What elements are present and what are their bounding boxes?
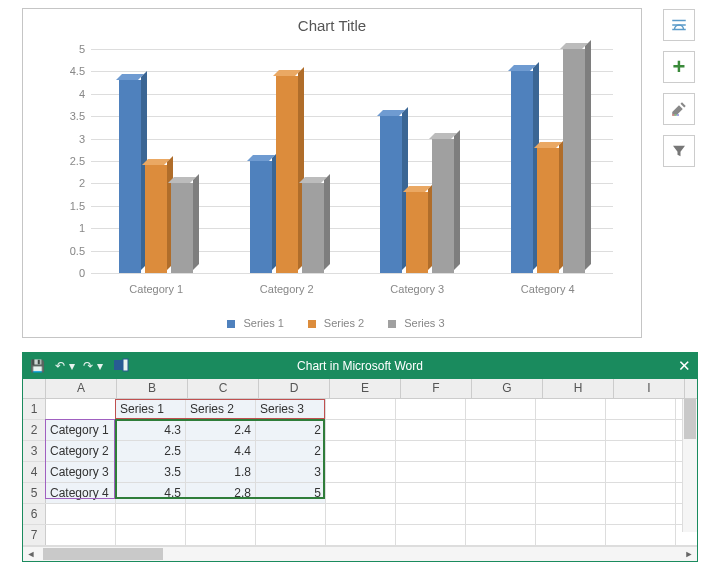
legend-item[interactable]: Series 3 <box>380 317 444 329</box>
cell[interactable] <box>116 525 186 545</box>
cell[interactable]: Category 2 <box>46 441 116 461</box>
bar[interactable] <box>171 183 193 273</box>
cell[interactable] <box>466 483 536 503</box>
column-header[interactable]: D <box>259 379 330 398</box>
cell[interactable] <box>606 462 676 482</box>
bar[interactable] <box>537 148 559 273</box>
cell[interactable] <box>466 525 536 545</box>
cell[interactable]: Series 1 <box>116 399 186 419</box>
undo-icon[interactable]: ↶ ▾ <box>51 359 79 373</box>
cell[interactable] <box>466 420 536 440</box>
cell[interactable] <box>46 525 116 545</box>
cell[interactable]: Category 3 <box>46 462 116 482</box>
cell[interactable] <box>46 399 116 419</box>
chart-elements-button[interactable]: + <box>663 51 695 83</box>
cell[interactable] <box>606 525 676 545</box>
cell[interactable] <box>116 504 186 524</box>
bar[interactable] <box>380 116 402 273</box>
cell[interactable]: Series 3 <box>256 399 326 419</box>
cell[interactable]: 2.4 <box>186 420 256 440</box>
row-header[interactable]: 7 <box>23 525 46 545</box>
bar[interactable] <box>302 183 324 273</box>
cell[interactable]: Category 1 <box>46 420 116 440</box>
cell[interactable] <box>466 399 536 419</box>
column-header[interactable]: B <box>117 379 188 398</box>
cell[interactable] <box>536 504 606 524</box>
scrollbar-horizontal[interactable]: ◄ ► <box>23 546 697 561</box>
cell[interactable] <box>466 462 536 482</box>
cell[interactable] <box>606 483 676 503</box>
row-header[interactable]: 4 <box>23 462 46 482</box>
bar[interactable] <box>563 49 585 273</box>
cell[interactable]: 3 <box>256 462 326 482</box>
column-header[interactable]: G <box>472 379 543 398</box>
cell[interactable]: 2 <box>256 441 326 461</box>
cell[interactable] <box>606 420 676 440</box>
cell[interactable] <box>326 525 396 545</box>
row-header[interactable]: 1 <box>23 399 46 419</box>
cell[interactable] <box>536 462 606 482</box>
row-header[interactable]: 2 <box>23 420 46 440</box>
cell[interactable]: Category 4 <box>46 483 116 503</box>
cell[interactable]: 2.5 <box>116 441 186 461</box>
bar[interactable] <box>406 192 428 273</box>
cell[interactable] <box>396 399 466 419</box>
column-header[interactable]: A <box>46 379 117 398</box>
bar[interactable] <box>511 71 533 273</box>
cell[interactable]: 4.3 <box>116 420 186 440</box>
row-header[interactable]: 5 <box>23 483 46 503</box>
cell[interactable] <box>326 441 396 461</box>
cell[interactable] <box>186 525 256 545</box>
cell[interactable] <box>536 483 606 503</box>
cell[interactable] <box>396 525 466 545</box>
cell[interactable] <box>396 483 466 503</box>
redo-icon[interactable]: ↷ ▾ <box>79 359 107 373</box>
cell[interactable] <box>186 504 256 524</box>
cell[interactable]: Series 2 <box>186 399 256 419</box>
chart-styles-button[interactable] <box>663 93 695 125</box>
cell[interactable] <box>396 462 466 482</box>
chart-container[interactable]: Chart Title 00.511.522.533.544.55Categor… <box>22 8 642 338</box>
select-all-corner[interactable] <box>23 379 46 398</box>
cell[interactable]: 2.8 <box>186 483 256 503</box>
cell[interactable] <box>256 504 326 524</box>
column-header[interactable]: E <box>330 379 401 398</box>
row-header[interactable]: 6 <box>23 504 46 524</box>
column-header[interactable]: I <box>614 379 685 398</box>
cell[interactable] <box>46 504 116 524</box>
cell[interactable]: 4.4 <box>186 441 256 461</box>
bar[interactable] <box>250 161 272 273</box>
cell[interactable] <box>466 441 536 461</box>
cell[interactable] <box>326 504 396 524</box>
cell[interactable]: 3.5 <box>116 462 186 482</box>
cell[interactable] <box>606 399 676 419</box>
cell[interactable] <box>466 504 536 524</box>
cell[interactable]: 5 <box>256 483 326 503</box>
bar[interactable] <box>432 139 454 273</box>
bar[interactable] <box>276 76 298 273</box>
bar[interactable] <box>145 165 167 273</box>
legend-item[interactable]: Series 2 <box>300 317 364 329</box>
close-icon[interactable]: ✕ <box>678 357 691 375</box>
cell[interactable] <box>256 525 326 545</box>
cell[interactable] <box>606 441 676 461</box>
cell[interactable] <box>396 504 466 524</box>
row-header[interactable]: 3 <box>23 441 46 461</box>
cell[interactable] <box>326 483 396 503</box>
cell[interactable] <box>606 504 676 524</box>
cell[interactable] <box>326 462 396 482</box>
cell[interactable] <box>536 399 606 419</box>
cell[interactable] <box>396 420 466 440</box>
cell[interactable] <box>536 525 606 545</box>
cell[interactable]: 2 <box>256 420 326 440</box>
bar[interactable] <box>119 80 141 273</box>
column-header[interactable]: F <box>401 379 472 398</box>
cell[interactable] <box>536 420 606 440</box>
legend-item[interactable]: Series 1 <box>219 317 283 329</box>
word-icon[interactable] <box>107 357 135 376</box>
column-header[interactable]: H <box>543 379 614 398</box>
column-header[interactable]: C <box>188 379 259 398</box>
cell[interactable] <box>396 441 466 461</box>
chart-filters-button[interactable] <box>663 135 695 167</box>
cell[interactable]: 1.8 <box>186 462 256 482</box>
